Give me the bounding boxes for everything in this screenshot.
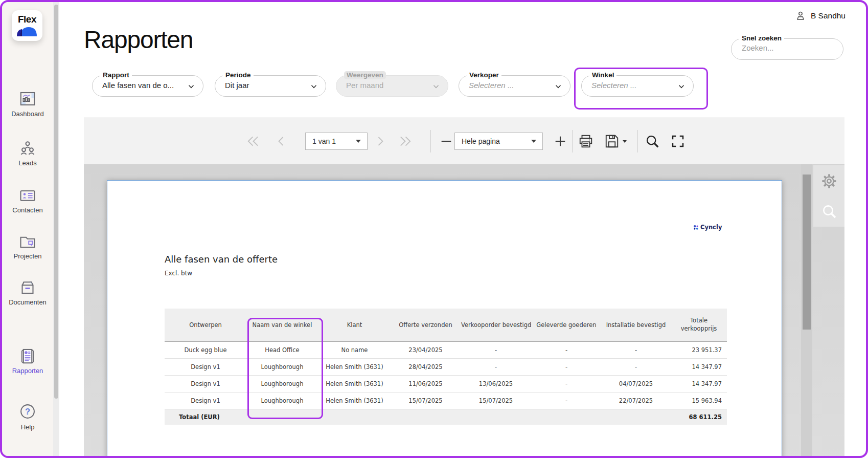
app-window: Flex Dashboard [0, 0, 868, 458]
save-icon [604, 134, 620, 149]
filter-verkoper[interactable]: Verkoper Selecteren ... [459, 75, 570, 97]
quick-search-label: Snel zoeken [739, 34, 784, 42]
sidebar-item-documenten[interactable]: Documenten [2, 278, 53, 306]
column-header: Naam van de winkel [246, 309, 318, 342]
dashboard-icon [18, 90, 37, 107]
cyncly-logo-icon [693, 225, 699, 230]
report-page: Cyncly Alle fasen van de offerte Excl. b… [107, 180, 782, 458]
zoom-select-value: Hele pagina [455, 137, 531, 145]
zoom-in-button[interactable] [551, 118, 570, 164]
table-cell: 14 347.97 [671, 376, 727, 392]
column-header: Installatie bevestigd [601, 309, 671, 342]
zoom-out-icon [439, 134, 453, 148]
table-cell: - [532, 359, 601, 376]
filter-placeholder: Selecteren ... [591, 81, 636, 90]
page-select[interactable]: 1 van 1 [305, 133, 368, 150]
zoom-select[interactable]: Hele pagina [454, 133, 543, 150]
filter-periode[interactable]: Periode Dit jaar [215, 75, 326, 97]
column-header: Ontwerpen [165, 309, 246, 342]
first-page-button [242, 118, 264, 164]
user-icon [795, 10, 806, 21]
sidebar-item-projecten[interactable]: Projecten [2, 233, 53, 260]
report-title: Alle fasen van de offerte [165, 254, 278, 265]
sidebar-item-label: Contacten [2, 206, 53, 214]
previous-page-button [271, 118, 291, 164]
table-cell: Loughborough [246, 392, 318, 409]
sidebar-item-help[interactable]: ? Help [2, 402, 53, 431]
panel-search-button[interactable] [821, 203, 837, 222]
table-cell: Design v1 [165, 392, 246, 409]
last-page-button [395, 118, 416, 164]
toolbar-separator [430, 130, 431, 152]
search-input[interactable] [741, 43, 830, 53]
next-page-icon [374, 135, 386, 147]
filter-label: Verkoper [467, 71, 501, 79]
viewer-scrollbar-thumb[interactable] [803, 175, 811, 330]
vendor-name: Cyncly [700, 224, 722, 231]
sidebar-item-leads[interactable]: Leads [2, 139, 53, 167]
dropdown-arrow-icon [356, 140, 361, 143]
total-cell [391, 409, 460, 425]
previous-page-icon [275, 135, 287, 147]
total-cell [246, 409, 318, 425]
table-cell: 22/07/2025 [601, 392, 671, 409]
table-cell: - [532, 342, 601, 359]
viewer-side-panel [813, 165, 844, 227]
filter-winkel[interactable]: Winkel Selecteren ... [581, 75, 694, 97]
fullscreen-button[interactable] [667, 118, 689, 164]
total-label: Totaal (EUR) [165, 409, 246, 425]
column-header: Offerte verzonden [391, 309, 460, 342]
sidebar-item-label: Help [2, 423, 53, 431]
toolbar-separator [637, 130, 638, 152]
flex-logo[interactable]: Flex [12, 10, 42, 41]
sidebar-item-rapporten[interactable]: Rapporten [2, 347, 53, 375]
first-page-icon [246, 135, 260, 148]
table-cell: Helen Smith (3631) [318, 392, 391, 409]
column-header: Geleverde goederen [532, 309, 601, 342]
dropdown-arrow-icon [531, 140, 536, 143]
print-button[interactable] [576, 118, 596, 164]
total-cell [318, 409, 391, 425]
sidebar-item-label: Leads [2, 159, 53, 167]
settings-button[interactable] [820, 172, 838, 192]
table-cell: 28/04/2025 [391, 359, 460, 376]
search-document-button[interactable] [642, 118, 663, 164]
table-cell: Duck egg blue [165, 342, 246, 359]
filter-label: Winkel [589, 71, 616, 79]
filter-rapport[interactable]: Rapport Alle fasen van de o... [92, 75, 203, 97]
sidebar-scrollbar-thumb[interactable] [54, 5, 58, 399]
page-select-value: 1 van 1 [306, 137, 356, 145]
svg-text:?: ? [25, 407, 30, 416]
table-cell: Loughborough [246, 376, 318, 392]
user-menu[interactable]: B Sandhu [795, 10, 846, 21]
table-cell: 15 963.94 [671, 392, 727, 409]
chevron-down-icon [309, 82, 318, 91]
sidebar-scrollbar[interactable] [53, 2, 59, 456]
sidebar: Flex Dashboard [2, 2, 53, 456]
filter-value: Alle fasen van de o... [102, 81, 174, 90]
save-button[interactable] [601, 118, 631, 164]
sidebar-item-dashboard[interactable]: Dashboard [2, 90, 53, 118]
report-table: OntwerpenNaam van de winkelKlantOfferte … [165, 309, 727, 425]
fullscreen-icon [670, 134, 686, 149]
filter-label: Periode [223, 71, 254, 79]
table-row: Design v1LoughboroughHelen Smith (3631)1… [165, 376, 727, 392]
table-cell: - [601, 359, 671, 376]
table-cell: - [460, 359, 532, 376]
table-cell: 15/07/2025 [460, 392, 532, 409]
report-subtitle: Excl. btw [165, 270, 192, 277]
filter-weergeven: Weergeven Per maand [336, 75, 448, 97]
table-cell: 23/04/2025 [391, 342, 460, 359]
filter-label: Weergeven [344, 71, 386, 79]
table-cell: 15/07/2025 [391, 392, 460, 409]
sidebar-item-label: Documenten [2, 298, 53, 306]
report-toolbar: 1 van 1 Hele pagina [84, 118, 844, 164]
sidebar-item-label: Rapporten [2, 367, 53, 375]
sidebar-item-contacten[interactable]: Contacten [2, 187, 53, 214]
table-cell: Helen Smith (3631) [318, 359, 391, 376]
viewer-scrollbar[interactable] [801, 164, 812, 456]
table-cell: - [460, 342, 532, 359]
last-page-icon [399, 135, 412, 148]
table-cell: Head Office [246, 342, 318, 359]
zoom-out-button[interactable] [437, 118, 456, 164]
